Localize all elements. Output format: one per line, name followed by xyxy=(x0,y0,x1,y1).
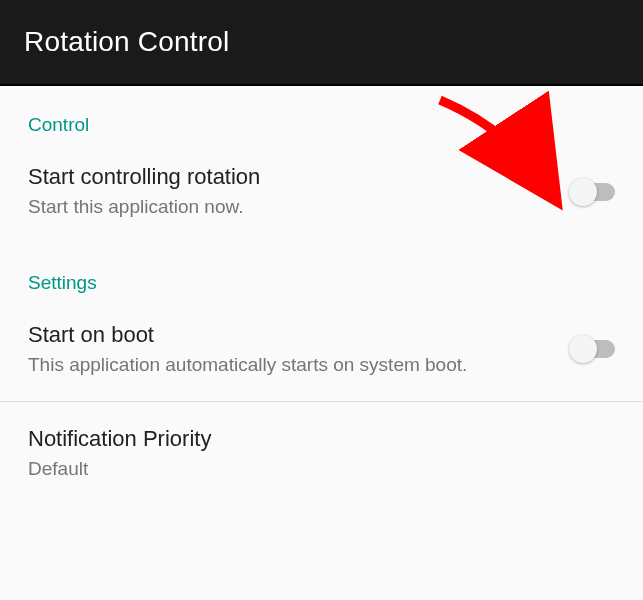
pref-text: Start on boot This application automatic… xyxy=(28,322,569,378)
pref-summary: This application automatically starts on… xyxy=(28,352,553,378)
pref-start-controlling-rotation[interactable]: Start controlling rotation Start this ap… xyxy=(0,140,643,244)
section-header-settings: Settings xyxy=(0,244,643,298)
section-header-control: Control xyxy=(0,86,643,140)
pref-text: Notification Priority Default xyxy=(28,426,615,482)
pref-summary: Default xyxy=(28,456,599,482)
pref-title: Start controlling rotation xyxy=(28,164,553,190)
pref-text: Start controlling rotation Start this ap… xyxy=(28,164,569,220)
pref-notification-priority[interactable]: Notification Priority Default xyxy=(0,402,643,506)
pref-summary: Start this application now. xyxy=(28,194,553,220)
pref-start-on-boot[interactable]: Start on boot This application automatic… xyxy=(0,298,643,402)
pref-title: Notification Priority xyxy=(28,426,599,452)
app-bar: Rotation Control xyxy=(0,0,643,86)
switch-start-rotation[interactable] xyxy=(569,183,615,201)
app-bar-title: Rotation Control xyxy=(24,26,619,58)
pref-title: Start on boot xyxy=(28,322,553,348)
switch-start-on-boot[interactable] xyxy=(569,340,615,358)
switch-thumb xyxy=(569,178,597,206)
switch-thumb xyxy=(569,335,597,363)
settings-content: Control Start controlling rotation Start… xyxy=(0,86,643,506)
